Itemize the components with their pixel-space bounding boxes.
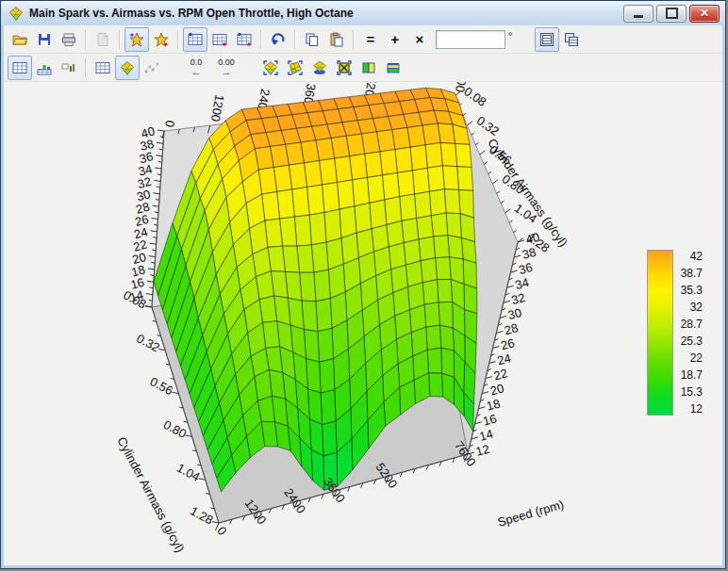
toolbar-row2: 0.0 ← 0.00 →	[4, 54, 722, 82]
title-bar[interactable]: Main Spark vs. Airmass vs. RPM Open Thro…	[1, 1, 725, 25]
legend-label: 28.7	[678, 318, 703, 331]
multiply-icon: ×	[416, 32, 424, 46]
toolbar-separator	[177, 30, 179, 49]
svg-text:0: 0	[214, 524, 229, 538]
arrow-left-icon: ←	[191, 67, 202, 77]
table-graph-small-icon	[61, 60, 76, 75]
svg-text:18: 18	[485, 396, 502, 413]
split-horizontal-icon	[386, 60, 401, 75]
scatter-icon	[144, 60, 159, 75]
open-button[interactable]	[8, 27, 32, 52]
table-icon	[12, 60, 27, 75]
legend-label: 15.3	[678, 385, 703, 399]
undo-button[interactable]	[266, 27, 290, 52]
favorite-remove-button[interactable]	[149, 27, 174, 52]
table-favorites-icon	[237, 32, 252, 47]
svg-text:32: 32	[510, 290, 527, 307]
legend-label: 42	[678, 250, 703, 263]
table-add-favorite-button[interactable]	[183, 27, 207, 52]
surface-3d-icon	[120, 60, 135, 75]
equals-icon: =	[367, 32, 375, 46]
toolbar-separator	[85, 58, 87, 77]
legend-gradient-bar	[647, 250, 673, 416]
decimal-decrease-button[interactable]: 0.0 ←	[181, 55, 211, 81]
scatter-button[interactable]	[140, 56, 164, 80]
table-remove-favorite-icon	[212, 32, 227, 47]
table-view-button[interactable]	[535, 27, 559, 52]
maximize-button[interactable]	[656, 5, 687, 23]
plus-button[interactable]: +	[383, 27, 407, 52]
minimize-icon	[634, 15, 643, 18]
grid-view-button[interactable]	[91, 56, 115, 80]
save-icon	[37, 32, 52, 47]
color-legend: 4238.735.33228.725.32218.715.312	[647, 250, 703, 416]
copy-icon	[305, 32, 320, 47]
grid-icon	[95, 60, 110, 75]
close-button[interactable]: ✕	[689, 5, 720, 23]
arrow-right-icon: →	[222, 67, 232, 77]
toolbar-separator	[260, 30, 262, 49]
svg-text:16: 16	[481, 412, 498, 429]
print-button[interactable]	[57, 27, 81, 52]
svg-text:0.32: 0.32	[474, 113, 502, 139]
table-add-favorite-icon	[188, 32, 203, 47]
favorite-add-button[interactable]	[124, 27, 149, 52]
split-horizontal-button[interactable]	[381, 56, 405, 80]
star-remove-icon	[154, 32, 169, 47]
open-folder-icon	[12, 32, 27, 47]
view-3d-rotate-button[interactable]	[283, 56, 307, 80]
multiply-button[interactable]: ×	[407, 27, 432, 52]
toolbar-separator	[119, 30, 121, 49]
decimal-increase-button[interactable]: 0.00 →	[211, 55, 241, 81]
fit-view-button[interactable]	[332, 56, 356, 80]
surface-3d-button[interactable]	[115, 56, 140, 80]
minimize-button[interactable]	[623, 5, 654, 23]
table-mode-button[interactable]	[8, 56, 32, 80]
new-page-button[interactable]	[91, 27, 115, 52]
legend-label: 25.3	[678, 334, 703, 348]
value-input[interactable]	[436, 30, 505, 49]
split-vertical-button[interactable]	[356, 56, 381, 80]
legend-label: 38.7	[678, 267, 703, 280]
svg-text:12: 12	[474, 442, 491, 459]
split-vertical-icon	[361, 60, 376, 75]
copy-button[interactable]	[300, 27, 324, 52]
svg-text:0.56: 0.56	[148, 374, 175, 398]
legend-label: 35.3	[678, 284, 703, 297]
page-icon	[95, 32, 110, 47]
svg-text:1200: 1200	[208, 93, 227, 122]
svg-text:20: 20	[488, 381, 505, 398]
svg-text:14: 14	[478, 427, 495, 444]
view-3d-rotate-icon	[288, 60, 303, 75]
view-3d-top-icon	[312, 60, 327, 75]
compare-view-button[interactable]	[559, 27, 584, 52]
star-icon	[129, 32, 144, 47]
undo-icon	[271, 32, 286, 47]
save-button[interactable]	[32, 27, 57, 52]
toolbar-row1: = + × °	[4, 25, 722, 54]
app-window: Main Spark vs. Airmass vs. RPM Open Thro…	[0, 0, 726, 569]
legend-label: 32	[678, 301, 703, 314]
view-3d-default-button[interactable]	[258, 56, 283, 80]
table-favorites-button[interactable]	[232, 27, 256, 52]
equals-button[interactable]: =	[358, 27, 383, 52]
table-remove-favorite-button[interactable]	[207, 27, 232, 52]
svg-text:1.28: 1.28	[188, 504, 215, 528]
svg-text:34: 34	[514, 275, 531, 292]
toolbar-separator	[353, 30, 355, 49]
svg-text:26: 26	[499, 335, 516, 352]
toolbar-separator	[294, 30, 296, 49]
svg-text:1.04: 1.04	[174, 461, 202, 484]
table-graph-small-button[interactable]	[57, 56, 81, 80]
surface-3d-plot[interactable]: 0120024003600520076000.080.320.560.801.0…	[4, 82, 722, 565]
app-icon	[8, 6, 24, 21]
paste-button[interactable]	[324, 27, 349, 52]
degree-label: °	[508, 30, 512, 41]
legend-label: 18.7	[678, 368, 703, 382]
table-graph-icon	[37, 60, 52, 75]
svg-text:36: 36	[517, 260, 534, 277]
table-graph-button[interactable]	[32, 56, 57, 80]
legend-label: 22	[678, 351, 703, 365]
view-3d-top-button[interactable]	[307, 56, 332, 80]
svg-text:30: 30	[506, 305, 523, 322]
